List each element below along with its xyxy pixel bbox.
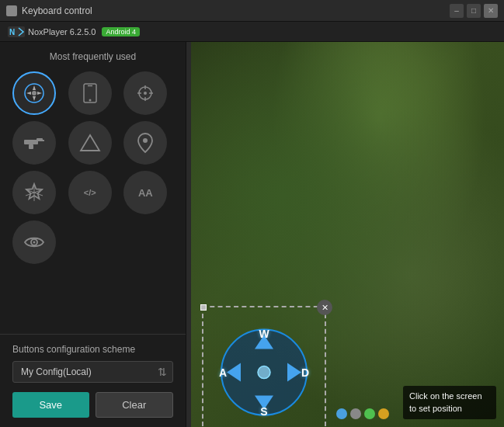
svg-point-28 [33, 241, 36, 244]
wasd-close-button[interactable]: ✕ [317, 300, 332, 315]
gun-svg [23, 134, 46, 151]
dot-3 [364, 408, 375, 419]
tooltip-box: Click on the screen to set position [403, 386, 496, 419]
resize-handle-tl[interactable] [200, 304, 207, 311]
joystick-icon-btn[interactable] [12, 71, 56, 115]
wasd-d-key: D [301, 366, 309, 378]
minimize-button[interactable]: – [450, 4, 464, 18]
svg-point-7 [32, 91, 36, 95]
dot-1 [336, 408, 347, 419]
svg-rect-17 [24, 140, 38, 144]
dot-2 [350, 408, 361, 419]
title-bar-icon [6, 5, 17, 16]
code-label: </> [84, 188, 96, 197]
left-panel: Most frequently used [0, 42, 186, 427]
config-label: Buttons configuration scheme [12, 344, 173, 355]
svg-point-9 [89, 99, 91, 102]
mobile-icon-btn[interactable] [68, 71, 112, 115]
svg-text:N: N [9, 28, 15, 36]
text-icon-btn[interactable]: AA [123, 171, 167, 214]
save-button[interactable]: Save [12, 392, 89, 418]
star-icon-btn[interactable] [12, 171, 56, 214]
svg-point-22 [143, 138, 148, 143]
crosshair-icon-btn[interactable] [123, 71, 167, 115]
nox-version-text: NoxPlayer 6.2.5.0 [28, 27, 96, 36]
wasd-s-key: S [260, 404, 267, 417]
wasd-labels: W A S D [217, 325, 311, 418]
code-icon-btn[interactable]: </> [68, 171, 112, 214]
title-bar-controls: – □ ✕ [450, 4, 498, 18]
svg-point-12 [144, 92, 147, 95]
config-select[interactable]: My Config(Local) Default Config [12, 361, 173, 383]
wasd-w-key: W [259, 327, 269, 339]
triangle-icon-btn[interactable] [68, 121, 112, 165]
config-select-wrap: My Config(Local) Default Config ⇅ [12, 361, 173, 383]
triangle-svg [79, 132, 101, 154]
star-svg [23, 182, 45, 203]
nox-logo-icon: N [8, 26, 25, 37]
config-section: Buttons configuration scheme My Config(L… [0, 334, 186, 427]
eye-svg [23, 234, 45, 250]
game-area[interactable]: ✕ [191, 42, 504, 427]
svg-rect-19 [29, 144, 33, 149]
crosshair-svg [134, 82, 156, 104]
svg-marker-21 [81, 135, 99, 151]
close-button[interactable]: ✕ [484, 4, 498, 18]
gun-icon-btn[interactable] [12, 121, 56, 165]
location-svg [137, 132, 154, 154]
svg-rect-20 [38, 140, 44, 141]
nox-bar: N NoxPlayer 6.2.5.0 Android 4 [0, 22, 504, 42]
nox-logo: N NoxPlayer 6.2.5.0 Android 4 [8, 26, 140, 37]
title-bar: Keyboard control – □ ✕ [0, 0, 504, 22]
clear-button[interactable]: Clear [96, 392, 174, 418]
text-label: AA [138, 187, 153, 199]
joystick-svg [23, 82, 45, 104]
location-icon-btn[interactable] [123, 121, 167, 165]
divider-area [0, 267, 186, 334]
maximize-button[interactable]: □ [467, 4, 481, 18]
main-content: Most frequently used [0, 42, 504, 427]
wasd-a-key: A [219, 366, 227, 378]
action-buttons: Save Clear [12, 392, 173, 418]
android-badge: Android 4 [102, 27, 140, 36]
mobile-svg [81, 82, 99, 104]
most-used-label: Most frequently used [0, 42, 186, 68]
dot-4 [378, 408, 389, 419]
wasd-overlay[interactable]: ✕ [202, 306, 326, 427]
tooltip-text: Click on the screen to set position [409, 391, 482, 412]
wasd-border: ✕ [202, 306, 326, 427]
eye-icon-btn[interactable] [12, 220, 56, 264]
title-bar-text: Keyboard control [22, 5, 92, 16]
dot-indicators [336, 408, 389, 419]
icon-grid: </> AA [0, 68, 186, 267]
